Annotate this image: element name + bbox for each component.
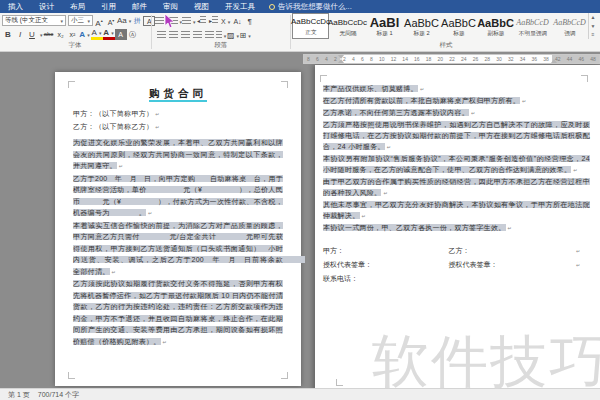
status-page-info[interactable]: 第 1 页 (8, 390, 30, 400)
style-emphasis[interactable]: AaBbCcD 强调 (551, 13, 588, 39)
style-label: 标题 2 (413, 29, 429, 38)
paragraph[interactable]: 其他未尽事宜，甲乙双方充分友好协商解决，本协议如有争议，于甲方所在地法院仲裁解决… (323, 199, 590, 222)
font-size-value: 小三 (71, 16, 84, 25)
tab-design[interactable]: 设计 (31, 0, 62, 13)
superscript-button[interactable]: x² (67, 29, 79, 40)
margin-corner-mark (68, 372, 75, 379)
signature-row-representatives[interactable]: 授权代表签章： 授权代表签章： ↵ (323, 258, 590, 272)
style-heading2[interactable]: AaBbC 标题 2 (403, 13, 440, 39)
style-no-spacing[interactable]: AaBbCcDc 无间隔 (329, 13, 366, 39)
style-preview: AaBbCcD (516, 17, 548, 29)
italic-button[interactable]: I (14, 29, 26, 40)
distribute-button[interactable] (203, 30, 215, 41)
gallery-more-icon[interactable]: ≡ (589, 30, 597, 39)
align-left-button[interactable] (155, 30, 167, 41)
paragraph[interactable]: 本协议另有附加协议“售后服务协议”，本公司秉承“服务创造价值”的经营理念，24 … (323, 153, 590, 176)
return-mark-icon: ↵ (112, 269, 117, 275)
party-b-line[interactable]: 乙方：（以下简称乙方）↵ (73, 121, 283, 134)
status-word-count[interactable]: 700/714 个字 (38, 390, 79, 400)
phonetic-guide-button[interactable]: 拼 (131, 15, 143, 26)
sort-button[interactable]: A↓ (232, 16, 244, 27)
ruler-number: 8 (370, 56, 373, 62)
font-color-button[interactable]: A▾ (103, 29, 115, 40)
underline-button[interactable]: U (26, 29, 38, 40)
tab-view[interactable]: 视图 (186, 0, 217, 13)
show-hide-marks-button[interactable]: ¶ (244, 16, 256, 27)
justify-button[interactable] (191, 30, 203, 41)
styles-gallery-scrollbar[interactable]: ▲ ▼ ≡ (588, 13, 597, 39)
style-title[interactable]: AaBbC 标题 (440, 13, 477, 39)
strikethrough-button[interactable]: abc (43, 29, 55, 40)
style-normal[interactable]: AaBbCcDc 正文 (292, 13, 329, 39)
style-label: 正文 (305, 28, 316, 37)
signature-party-a: 甲方： (323, 244, 448, 258)
signature-rep-a: 授权代表签章： (323, 258, 448, 272)
align-right-button[interactable] (179, 30, 191, 41)
party-a-line[interactable]: 甲方：（以下简称甲方）↵ (73, 108, 283, 121)
align-center-button[interactable] (167, 30, 179, 41)
selected-text: 为促进文化娱乐业的繁荣发展，本着甲、乙双方共同赢利和以牌会友的共同原则，经双方共… (73, 139, 283, 169)
tab-insert[interactable]: 插入 (0, 0, 31, 13)
text-effects-button[interactable]: A▾ (79, 29, 91, 40)
tab-developer[interactable]: 开发工具 (217, 0, 263, 13)
scroll-down-icon[interactable]: ▼ (589, 22, 597, 31)
grow-font-button[interactable]: A▴ (93, 15, 105, 26)
document-page-2[interactable]: 本产品仅供娱乐、切莫赌博。↵ 在乙方付清所有货款以前，本批自动麻将桌产权归甲方所… (315, 65, 600, 392)
borders-button[interactable]: ⊞▾ (239, 30, 251, 41)
contract-title[interactable]: 购货合同 (73, 83, 283, 101)
signature-row-phone[interactable]: 联系电话： (323, 272, 590, 286)
style-preview: AaBbC (441, 17, 476, 29)
style-subtitle[interactable]: AaBbC 副标题 (477, 13, 514, 39)
tab-layout[interactable]: 布局 (62, 0, 93, 13)
shading-button[interactable]: ▨▾ (227, 30, 239, 41)
paragraph[interactable]: 乙方承诺，不向任何第三方透露本协议内容。↵ (323, 107, 590, 119)
paragraph[interactable]: 乙方于200 年 月 日，向甲方定购 自动麻将桌 台，用于棋牌室经营活动，单价 … (73, 173, 283, 220)
paragraph-group-label: 段落 (153, 41, 289, 50)
ruler-number: 44 (567, 56, 573, 62)
style-heading1[interactable]: AaBl 标题 1 (366, 13, 403, 39)
asian-layout-button[interactable]: X▾ (220, 16, 232, 27)
scroll-up-icon[interactable]: ▲ (589, 13, 597, 22)
paragraph[interactable]: 由于甲乙双方的合作属于购买性质的经销经营，因此甲方不承担乙方在经营过程中的各种投… (323, 176, 590, 199)
change-case-button[interactable]: Aa▾ (117, 15, 131, 26)
character-shading-button[interactable]: A (115, 29, 127, 40)
decrease-indent-button[interactable]: ◂ (196, 16, 208, 27)
paragraph[interactable]: 本着诚实互信合作愉快的前提，为消除乙方对产品质量的顾虑，甲方同意乙方只需付 元/… (73, 220, 283, 279)
styles-gallery: AaBbCcDc 正文 AaBbCcDc 无间隔 AaBl 标题 1 AaBbC… (292, 13, 597, 39)
margin-corner-mark (320, 75, 327, 82)
return-mark-icon: ↵ (148, 210, 153, 216)
signature-row-parties[interactable]: 甲方： 乙方： ↵ (323, 244, 590, 258)
ruler-number: 16 (414, 56, 420, 62)
tab-references[interactable]: 引用 (93, 0, 124, 13)
ruler-number: 10 (379, 56, 385, 62)
hanging-indent-marker[interactable] (338, 59, 344, 63)
tell-me-box[interactable]: 告诉我您想要做什么... (269, 2, 352, 12)
paragraph[interactable]: 乙方须按此协议如期履行货款交付义务不得拖延，否则甲方有权先将机器暂停运作，如乙方… (73, 278, 283, 348)
line-spacing-button[interactable]: ▾ (215, 30, 227, 41)
horizontal-ruler[interactable]: 8642 2468101214161820222426283032343638 … (303, 54, 600, 64)
tab-mailings[interactable]: 邮件 (124, 0, 155, 13)
paragraph[interactable]: 乙方须严格按照使用说明书保养维护，如遇到乙方自己解决不了的故障，应及时拨打维修电… (323, 119, 590, 153)
right-indent-marker[interactable] (551, 59, 557, 63)
paragraph[interactable]: 本协议一式两份，甲、乙双方各执一份，双方签字生效。↵ (323, 222, 590, 234)
highlight-color-button[interactable]: A▾ (91, 29, 103, 40)
style-subtle-emphasis[interactable]: AaBbCcD 不明显强调 (514, 13, 551, 39)
multilevel-list-button[interactable]: ▾ (182, 16, 196, 27)
signature-party-b: 乙方： (448, 244, 573, 258)
font-size-select[interactable]: 小三 ▾ (68, 15, 93, 26)
subscript-button[interactable]: x₂ (55, 29, 67, 40)
shrink-font-button[interactable]: A▾ (105, 15, 117, 26)
bold-button[interactable]: B (2, 29, 14, 40)
increase-indent-button[interactable]: ▸ (208, 16, 220, 27)
paragraph[interactable]: 本产品仅供娱乐、切莫赌博。↵ (323, 83, 590, 95)
selected-text: 乙方于200 年 月 日，向甲方定购 自动麻将桌 台，用于棋牌室经营活动，单价 … (73, 175, 283, 217)
paragraph[interactable]: 为促进文化娱乐业的繁荣发展，本着甲、乙双方共同赢利和以牌会友的共同原则，经双方共… (73, 137, 283, 173)
document-page-1[interactable]: 购货合同 甲方：（以下简称甲方）↵ 乙方：（以下简称乙方）↵ 为促进文化娱乐业的… (55, 72, 301, 386)
tab-review[interactable]: 审阅 (155, 0, 186, 13)
font-name-select[interactable]: 等线 (中文正文 ▾ (2, 15, 66, 26)
return-mark-icon: ↵ (119, 163, 124, 169)
selected-text: 由于甲乙双方的合作属于购买性质的经销经营，因此甲方不承担乙方在经营过程中的各种投… (323, 178, 590, 196)
margin-corner-mark (281, 372, 288, 379)
paragraph[interactable]: 在乙方付清所有货款以前，本批自动麻将桌产权归甲方所有。↵ (323, 95, 590, 107)
enclose-character-button[interactable]: Ⓐ (127, 29, 139, 40)
